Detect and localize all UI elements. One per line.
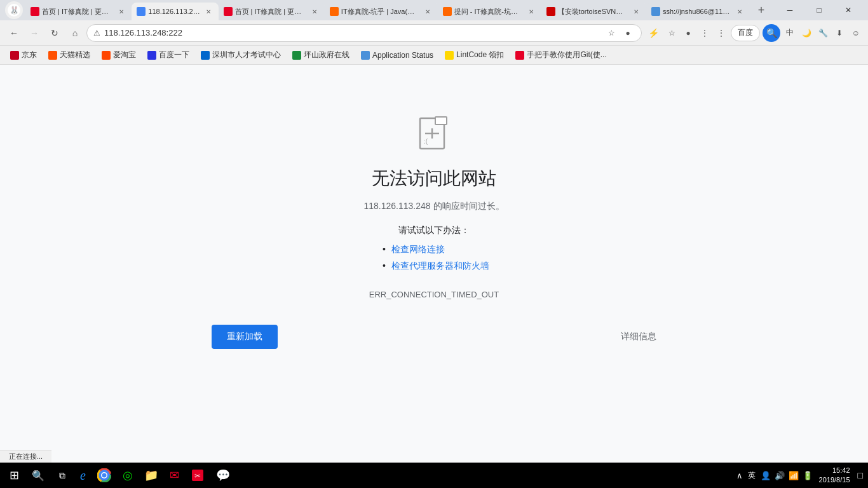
bookmark-label: 天猫精选 xyxy=(60,50,90,60)
address-actions: ☆ ● xyxy=(604,26,635,40)
tab-favicon xyxy=(330,7,339,16)
user-icon[interactable]: 中 xyxy=(783,26,797,40)
tab-favicon xyxy=(546,7,555,16)
browser-tab[interactable]: 118.126.113.248✕ xyxy=(132,3,218,20)
back-button[interactable]: ← xyxy=(5,24,23,42)
bookmark-item[interactable]: 京东 xyxy=(5,48,42,63)
clock-date: 2019/8/15 xyxy=(819,475,850,485)
check-proxy-link[interactable]: 检查代理服务器和防火墙 xyxy=(391,261,489,271)
forward-button[interactable]: → xyxy=(25,24,43,42)
tab-close-button[interactable]: ✕ xyxy=(203,6,214,17)
star-icon[interactable]: ☆ xyxy=(665,26,679,40)
minimize-button[interactable]: ─ xyxy=(775,0,804,20)
tab-close-button[interactable]: ✕ xyxy=(526,6,536,17)
search-button[interactable]: 🔍 xyxy=(763,24,780,42)
bookmark-item[interactable]: 坪山政府在线 xyxy=(287,48,355,63)
volume-icon[interactable]: 🔊 xyxy=(773,470,786,482)
taskbar-mail[interactable]: ✉ xyxy=(165,464,184,487)
avatar-tray-icon[interactable]: 👤 xyxy=(759,470,772,482)
moon-icon[interactable]: 🌙 xyxy=(799,26,813,40)
taskbar-ie[interactable]: e xyxy=(75,464,91,487)
bookmark-label: Application Status xyxy=(372,51,433,60)
bookmark-item[interactable]: 百度一下 xyxy=(142,48,194,63)
address-bar[interactable]: ⚠ 118.126.113.248:222 ☆ ● xyxy=(86,24,642,42)
tab-favicon xyxy=(443,7,452,16)
tab-close-button[interactable]: ✕ xyxy=(423,6,433,17)
tab-close-button[interactable]: ✕ xyxy=(116,6,126,17)
feedback-icon[interactable]: ● xyxy=(621,26,635,40)
nav-right-controls: ⚡ ☆ ● ⋮ ⋮ 百度 🔍 中 🌙 🔧 ⬇ ☺ xyxy=(644,24,863,42)
home-button[interactable]: ⌂ xyxy=(66,24,84,42)
maximize-button[interactable]: □ xyxy=(804,0,834,20)
browser-tab[interactable]: 提问 - IT修真院-坑乎...✕ xyxy=(438,3,541,20)
svg-text:🐰: 🐰 xyxy=(10,5,19,15)
error-title: 无法访问此网站 xyxy=(372,166,496,191)
system-clock[interactable]: 15:42 2019/8/15 xyxy=(817,466,853,485)
taskbar-360[interactable]: ◎ xyxy=(118,464,138,487)
list-item: 检查网络连接 xyxy=(379,244,489,255)
bookmark-item[interactable]: LintCode 领扣 xyxy=(440,48,509,63)
tab-favicon xyxy=(224,7,233,16)
profile-icon[interactable]: ● xyxy=(681,26,695,40)
taskbar-chrome[interactable] xyxy=(92,464,116,487)
taskbar-explorer[interactable]: 📁 xyxy=(139,464,163,487)
bookmark-item[interactable]: 深圳市人才考试中心 xyxy=(196,48,286,63)
tab-bar: 首页 | IT修真院 | 更快...✕118.126.113.248✕首页 | … xyxy=(25,0,750,20)
tab-close-button[interactable]: ✕ xyxy=(631,6,641,17)
details-button[interactable]: 详细信息 xyxy=(621,331,656,342)
tab-favicon xyxy=(651,7,660,16)
new-tab-button[interactable]: + xyxy=(752,1,770,19)
language-indicator[interactable]: 英 xyxy=(745,469,758,482)
reload-button[interactable]: ↻ xyxy=(46,24,64,42)
network-icon[interactable]: 📶 xyxy=(787,470,800,482)
bookmark-label: 坪山政府在线 xyxy=(304,50,349,60)
svg-text:✂: ✂ xyxy=(194,471,201,480)
bookmark-favicon xyxy=(292,51,301,60)
window-controls: ─ □ ✕ xyxy=(775,0,863,20)
list-item: 检查代理服务器和防火墙 xyxy=(379,261,489,272)
tab-label: 首页 | IT修真院 | 更快... xyxy=(235,7,307,17)
bookmark-item[interactable]: 爱淘宝 xyxy=(97,48,141,63)
error-suggestions-list: 检查网络连接 检查代理服务器和防火墙 xyxy=(379,244,489,277)
battery-icon[interactable]: 🔋 xyxy=(801,470,814,482)
notification-center-icon[interactable]: □ xyxy=(855,468,865,483)
download-icon[interactable]: ⬇ xyxy=(832,26,846,40)
close-button[interactable]: ✕ xyxy=(834,0,863,20)
tab-label: IT修真院-坑乎 | Java(坯... xyxy=(341,7,420,17)
bookmark-favicon xyxy=(48,51,57,60)
browser-tab[interactable]: 首页 | IT修真院 | 更快...✕ xyxy=(219,3,325,20)
bookmark-label: 京东 xyxy=(22,50,37,60)
browser-tab[interactable]: IT修真院-坑乎 | Java(坯...✕ xyxy=(325,3,438,20)
tab-label: 118.126.113.248 xyxy=(148,8,200,15)
lightning-icon[interactable]: ⚡ xyxy=(644,24,662,42)
browser-tab[interactable]: 【安装tortoiseSVN后...✕ xyxy=(541,3,646,20)
bookmark-item[interactable]: 天猫精选 xyxy=(43,48,95,63)
tools-icon[interactable]: 🔧 xyxy=(816,26,830,40)
tab-close-button[interactable]: ✕ xyxy=(309,6,320,17)
search-engine-selector[interactable]: 百度 xyxy=(731,25,760,41)
error-host: 118.126.113.248 xyxy=(364,201,431,211)
system-tray-icons: ∧ 英 👤 🔊 📶 🔋 xyxy=(735,469,814,482)
tab-close-button[interactable]: ✕ xyxy=(735,6,745,17)
taskbar-wechat[interactable]: 💬 xyxy=(211,464,235,487)
bookmark-label: 深圳市人才考试中心 xyxy=(212,50,281,60)
bookmark-item[interactable]: 手把手教你使用Git(使... xyxy=(510,48,611,63)
bookmark-star-icon[interactable]: ☆ xyxy=(604,26,618,40)
taskbar-snipping[interactable]: ✂ xyxy=(186,464,210,487)
more-icon[interactable]: ⋮ xyxy=(714,26,728,40)
reload-page-button[interactable]: 重新加载 xyxy=(212,325,278,349)
title-bar: 🐰 首页 | IT修真院 | 更快...✕118.126.113.248✕首页 … xyxy=(0,0,868,20)
settings-icon[interactable]: ⋮ xyxy=(698,26,712,40)
check-network-link[interactable]: 检查网络连接 xyxy=(391,244,445,254)
bookmarks-bar: 京东天猫精选爱淘宝百度一下深圳市人才考试中心坪山政府在线Application … xyxy=(0,46,868,65)
tab-label: ssh://jnshu866@118... xyxy=(663,8,732,15)
browser-tab[interactable]: 首页 | IT修真院 | 更快...✕ xyxy=(25,3,132,20)
start-button[interactable]: ⊞ xyxy=(3,464,25,487)
task-view-button[interactable]: ⧉ xyxy=(51,464,74,487)
bookmark-item[interactable]: Application Status xyxy=(356,48,438,63)
search-taskbar-button[interactable]: 🔍 xyxy=(27,464,50,487)
tray-arrow-icon[interactable]: ∧ xyxy=(735,470,744,482)
browser-tab[interactable]: ssh://jnshu866@118...✕ xyxy=(646,3,750,20)
extra-icon[interactable]: ☺ xyxy=(849,26,863,40)
error-subtitle: 118.126.113.248 的响应时间过长。 xyxy=(364,201,505,212)
